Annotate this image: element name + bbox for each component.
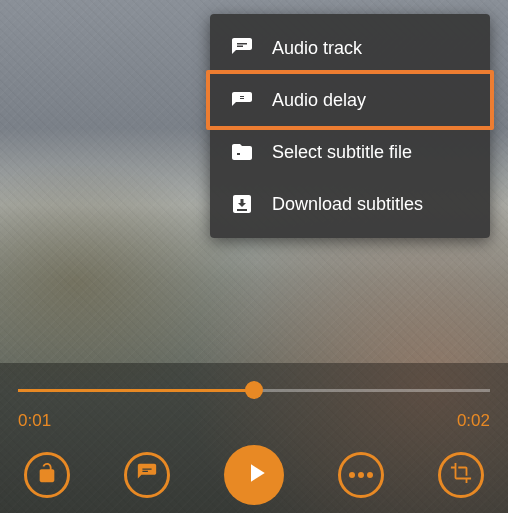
play-icon bbox=[237, 458, 271, 492]
menu-item-download-subtitles[interactable]: Download subtitles bbox=[210, 178, 490, 230]
control-buttons bbox=[18, 445, 490, 505]
total-time: 0:02 bbox=[457, 411, 490, 431]
time-display: 0:01 0:02 bbox=[18, 411, 490, 431]
player-controls: 0:01 0:02 bbox=[0, 363, 508, 513]
menu-item-select-subtitle[interactable]: Select subtitle file bbox=[210, 126, 490, 178]
more-icon bbox=[349, 472, 373, 478]
crop-icon bbox=[450, 462, 472, 488]
menu-item-label: Audio delay bbox=[272, 90, 366, 111]
menu-item-label: Select subtitle file bbox=[272, 142, 412, 163]
subtitle-icon bbox=[136, 462, 158, 488]
current-time: 0:01 bbox=[18, 411, 51, 431]
menu-item-label: Audio track bbox=[272, 38, 362, 59]
menu-item-label: Download subtitles bbox=[272, 194, 423, 215]
unlock-button[interactable] bbox=[24, 452, 70, 498]
crop-button[interactable] bbox=[438, 452, 484, 498]
progress-bar[interactable] bbox=[18, 375, 490, 405]
delay-icon bbox=[230, 88, 254, 112]
progress-fill bbox=[18, 389, 254, 392]
more-button[interactable] bbox=[338, 452, 384, 498]
progress-thumb[interactable] bbox=[245, 381, 263, 399]
subtitle-button[interactable] bbox=[124, 452, 170, 498]
context-menu: Audio track Audio delay Select subtitle … bbox=[210, 14, 490, 238]
folder-icon bbox=[230, 140, 254, 164]
play-button[interactable] bbox=[224, 445, 284, 505]
download-icon bbox=[230, 192, 254, 216]
menu-item-audio-delay[interactable]: Audio delay bbox=[206, 70, 494, 130]
unlock-icon bbox=[36, 462, 58, 488]
speech-bubble-icon bbox=[230, 36, 254, 60]
menu-item-audio-track[interactable]: Audio track bbox=[210, 22, 490, 74]
